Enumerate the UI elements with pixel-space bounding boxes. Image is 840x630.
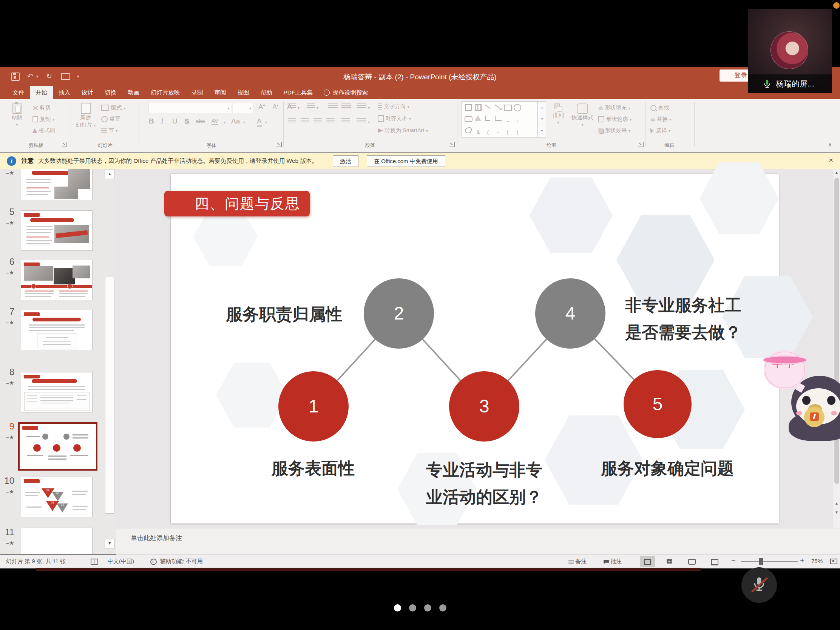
reset-button[interactable]: 重置 — [101, 115, 120, 123]
pagination-dot-active[interactable] — [394, 604, 401, 611]
line-spacing-icon[interactable] — [357, 104, 366, 109]
font-color-dropdown-icon[interactable]: ▾ — [265, 120, 267, 124]
diagram-node-4[interactable]: 4 — [535, 278, 605, 349]
font-color-button[interactable]: A — [257, 117, 262, 127]
slide-7-thumbnail[interactable] — [21, 310, 93, 350]
text-shadow-button[interactable]: S — [184, 117, 189, 125]
character-spacing-button[interactable]: AV — [212, 118, 218, 125]
gallery-more-icon[interactable]: ▾ — [538, 125, 546, 136]
scroll-up-icon[interactable]: ▲ — [834, 171, 839, 175]
tab-design[interactable]: 设计 — [76, 86, 99, 99]
strikethrough-button[interactable]: abc — [196, 118, 205, 124]
mute-microphone-button[interactable] — [741, 567, 777, 603]
fit-slide-icon[interactable] — [830, 559, 837, 565]
italic-button[interactable]: I — [161, 117, 163, 125]
pagination-dot[interactable] — [409, 604, 416, 611]
comments-toggle[interactable]: 批注 — [603, 558, 622, 565]
increase-font-icon[interactable]: A▴ — [258, 103, 265, 111]
thumbnails-scroll-down-button[interactable]: ▼ — [105, 539, 115, 548]
bullets-dropdown-icon[interactable]: ▾ — [298, 106, 300, 110]
next-slide-icon[interactable]: ▼ — [834, 510, 839, 515]
tell-me-search[interactable]: 操作说明搜索 — [318, 86, 373, 99]
slide-canvas[interactable]: 四、问题与反思 1 2 3 4 5 服务职责归属性 非专业服务社工 是否需要去做… — [171, 174, 779, 524]
clipboard-dialog-launcher[interactable] — [62, 142, 67, 147]
change-case-dropdown-icon[interactable]: ▾ — [243, 120, 245, 124]
shapes-gallery[interactable]: →↓ &(~{} — [461, 101, 538, 137]
shape-outline-button[interactable]: 形状轮廓 ▾ — [598, 115, 632, 123]
tab-animations[interactable]: 动画 — [122, 86, 145, 99]
diagram-node-3[interactable]: 3 — [449, 371, 519, 442]
diagram-node-5[interactable]: 5 — [624, 370, 692, 438]
numbering-icon[interactable] — [307, 104, 315, 109]
convert-smartart-button[interactable]: 转换为 SmartArt ▾ — [378, 127, 428, 134]
tab-view[interactable]: 视图 — [232, 86, 255, 99]
tab-transitions[interactable]: 切换 — [99, 86, 122, 99]
language-indicator[interactable]: 中文(中国) — [107, 558, 134, 565]
slideshow-view-button[interactable] — [707, 556, 722, 567]
notes-placeholder[interactable]: 单击此处添加备注 — [131, 534, 182, 542]
collapse-ribbon-icon[interactable]: ∧ — [828, 141, 832, 148]
tab-pdf-tools[interactable]: PDF工具集 — [278, 86, 319, 99]
pagination-dot[interactable] — [439, 604, 447, 611]
align-text-button[interactable]: 对齐文本 ▾ — [378, 115, 411, 122]
zoom-slider-thumb[interactable] — [759, 558, 763, 565]
previous-slide-icon[interactable]: ▲ — [834, 501, 839, 505]
slide-4-thumbnail[interactable] — [21, 169, 93, 200]
numbering-dropdown-icon[interactable]: ▾ — [316, 106, 318, 110]
new-slide-button[interactable]: 新建 幻灯片 ▾ — [74, 103, 98, 128]
slide-6-thumbnail[interactable] — [21, 260, 93, 300]
find-button[interactable]: 查找 — [651, 104, 669, 111]
line-spacing-dropdown-icon[interactable]: ▾ — [368, 106, 370, 110]
change-case-button[interactable]: Aa — [231, 117, 240, 125]
notes-pane[interactable]: 单击此处添加备注 — [116, 528, 840, 555]
decrease-indent-icon[interactable] — [328, 104, 338, 109]
use-web-button[interactable]: 在 Office.com 中免费使用 — [367, 155, 445, 167]
slide-11-thumbnail[interactable]: THANKS — [21, 527, 93, 554]
shapes-gallery-scroll[interactable]: ▴ ▾ ▾ — [538, 101, 546, 137]
tab-insert[interactable]: 插入 — [53, 86, 76, 99]
copy-button[interactable]: 复制 ▾ — [33, 115, 54, 123]
slide-5-thumbnail[interactable] — [21, 210, 93, 251]
justify-icon[interactable] — [326, 118, 335, 123]
spellcheck-icon[interactable] — [91, 559, 98, 566]
gallery-up-icon[interactable]: ▴ — [538, 102, 546, 113]
tab-record[interactable]: 录制 — [186, 86, 209, 99]
thumbnails-scrollbar-thumb[interactable] — [105, 277, 114, 514]
section-button[interactable]: 节 ▾ — [101, 127, 117, 134]
shape-fill-button[interactable]: 形状填充 ▾ — [598, 104, 630, 111]
tab-home[interactable]: 开始 — [30, 86, 53, 99]
notice-close-icon[interactable]: × — [829, 156, 833, 165]
slide-9-thumbnail-selected[interactable] — [18, 422, 98, 471]
columns-dropdown-icon[interactable]: ▾ — [368, 120, 370, 124]
align-left-icon[interactable] — [288, 118, 296, 123]
quick-styles-button[interactable]: 快速样式 ▾ — [570, 104, 595, 127]
font-size-combobox[interactable]: ▾ — [233, 103, 253, 113]
text-direction-button[interactable]: 文字方向 ▾ — [378, 103, 409, 110]
diagram-node-1[interactable]: 1 — [278, 371, 349, 442]
font-name-combobox[interactable]: ▾ — [148, 103, 231, 113]
zoom-out-icon[interactable]: − — [731, 556, 736, 565]
arrange-button[interactable]: 排列 ▾ — [548, 104, 568, 125]
distributed-icon[interactable] — [341, 118, 350, 123]
normal-view-button[interactable] — [640, 556, 655, 567]
diagram-node-2[interactable]: 2 — [364, 278, 434, 349]
shape-effects-button[interactable]: 形状效果 ▾ — [598, 127, 630, 134]
zoom-in-icon[interactable]: + — [800, 556, 805, 565]
bullets-icon[interactable] — [288, 104, 296, 109]
paste-button[interactable]: 粘贴 ▾ — [5, 103, 29, 127]
drawing-dialog-launcher[interactable] — [638, 142, 644, 147]
bold-button[interactable]: B — [149, 117, 154, 125]
cut-button[interactable]: 剪切 — [33, 104, 50, 111]
decrease-font-icon[interactable]: A▾ — [273, 104, 278, 110]
layout-button[interactable]: 版式 ▾ — [101, 104, 125, 111]
slide-8-thumbnail[interactable] — [21, 372, 93, 412]
slide-sorter-view-button[interactable] — [662, 556, 677, 567]
gallery-down-icon[interactable]: ▾ — [538, 113, 546, 125]
webcam-overlay[interactable]: 杨瑞的屏... — [748, 9, 832, 93]
notes-toggle[interactable]: 备注 — [568, 558, 587, 565]
replace-button[interactable]: ab 替换 ▾ — [651, 115, 671, 123]
tab-review[interactable]: 审阅 — [209, 86, 232, 99]
slide-10-thumbnail[interactable]: 01 02 03 04 — [21, 477, 93, 517]
tab-file[interactable]: 文件 — [7, 86, 30, 99]
increase-indent-icon[interactable] — [341, 104, 351, 109]
